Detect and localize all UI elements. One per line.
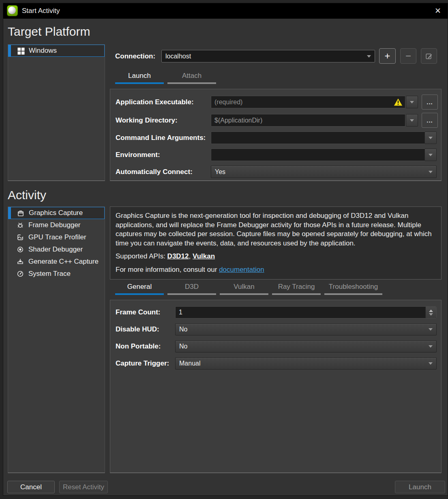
gauge-icon [17, 270, 24, 277]
more-info-line: For more information, consult our docume… [116, 265, 436, 275]
reset-activity-button[interactable]: Reset Activity [59, 481, 108, 493]
chevron-down-icon [429, 171, 433, 173]
capture-trigger-value: Manual [179, 360, 200, 367]
disable-hud-label: Disable HUD: [116, 325, 159, 333]
app-exec-dropdown-button[interactable] [406, 96, 418, 108]
tab-attach[interactable]: Attach [167, 71, 216, 84]
activity-item-label: Graphics Capture [29, 209, 83, 217]
tab-d3d[interactable]: D3D [167, 282, 216, 295]
tab-general[interactable]: General [115, 282, 164, 295]
remove-connection-button[interactable]: − [400, 48, 416, 64]
activity-list: Graphics Capture Frame Debugger GPU [8, 206, 105, 473]
add-connection-button[interactable]: + [379, 48, 396, 64]
tab-troubleshooting[interactable]: Troubleshooting [324, 282, 382, 295]
tab-underline [220, 293, 268, 295]
frame-count-input[interactable] [175, 306, 437, 318]
tab-underline [115, 293, 164, 295]
cancel-button[interactable]: Cancel [7, 481, 55, 493]
tab-underline [324, 293, 382, 295]
frame-count-label: Frame Count: [116, 308, 161, 316]
cmdline-dropdown-button[interactable] [424, 131, 437, 144]
connection-label: Connection: [115, 50, 155, 62]
environment-label: Environment: [116, 151, 160, 159]
documentation-link[interactable]: documentation [219, 266, 264, 273]
cmdline-label: Command Line Arguments: [116, 134, 206, 142]
chevron-down-icon [367, 55, 371, 58]
start-activity-dialog: Start Activity ✕ Target Platform Windows… [3, 3, 448, 496]
chevron-down-icon [429, 154, 433, 156]
activity-item-shader-debugger[interactable]: Shader Debugger [8, 243, 105, 256]
target-platform-heading: Target Platform [8, 24, 90, 40]
app-exec-input[interactable] [211, 96, 405, 108]
chevron-down-icon [429, 137, 433, 139]
chevron-down-icon [429, 328, 433, 331]
environment-dropdown-button[interactable] [424, 148, 437, 161]
activity-item-gpu-trace-profiler[interactable]: GPU Trace Profiler [8, 231, 105, 243]
platform-item-label: Windows [29, 47, 57, 55]
launch-button[interactable]: Launch [395, 481, 445, 493]
autoconnect-select[interactable]: Yes [211, 166, 437, 178]
tab-underline [115, 82, 164, 84]
windows-logo-icon [17, 47, 25, 55]
chevron-down-icon [429, 362, 433, 365]
app-exec-browse-button[interactable]: ... [422, 95, 438, 110]
activity-heading: Activity [8, 187, 46, 203]
disable-hud-value: No [179, 326, 187, 333]
bug-icon [17, 222, 24, 229]
workdir-label: Working Directory: [116, 116, 178, 125]
activity-item-label: System Trace [28, 270, 71, 278]
activity-item-generate-cpp-capture[interactable]: Generate C++ Capture [8, 256, 105, 268]
workdir-input[interactable] [211, 114, 405, 127]
record-icon [17, 246, 24, 253]
activity-item-system-trace[interactable]: System Trace [8, 268, 105, 280]
activity-description-text: Graphics Capture is the next-generation … [116, 211, 436, 248]
tab-launch[interactable]: Launch [115, 71, 164, 84]
disable-hud-select[interactable]: No [175, 323, 437, 336]
close-icon[interactable]: ✕ [432, 6, 444, 16]
activity-item-label: GPU Trace Profiler [28, 233, 86, 241]
connection-value: localhost [165, 53, 191, 60]
download-icon [17, 258, 24, 265]
tab-underline [167, 293, 216, 295]
tab-ray-tracing[interactable]: Ray Tracing [272, 282, 321, 295]
vulkan-link[interactable]: Vulkan [193, 252, 215, 260]
launch-settings-panel: Application Executable: ... Working Dire… [110, 89, 442, 181]
supported-apis-line: Supported APIs: D3D12, Vulkan [116, 252, 436, 261]
activity-item-frame-debugger[interactable]: Frame Debugger [8, 219, 105, 231]
frame-count-stepper[interactable] [425, 307, 436, 318]
non-portable-select[interactable]: No [175, 340, 437, 353]
activity-item-graphics-capture[interactable]: Graphics Capture [8, 207, 105, 219]
edit-pencil-icon [425, 52, 433, 60]
tab-underline [167, 82, 216, 84]
platform-item-windows[interactable]: Windows [8, 45, 105, 57]
cmdline-input[interactable] [211, 131, 437, 144]
connection-select[interactable]: localhost [161, 50, 375, 62]
non-portable-label: Non Portable: [116, 342, 161, 351]
chevron-down-icon [429, 345, 433, 348]
environment-input[interactable] [211, 148, 437, 161]
capture-trigger-select[interactable]: Manual [175, 357, 437, 370]
chevron-down-icon [410, 119, 414, 122]
activity-item-label: Shader Debugger [28, 245, 83, 254]
tab-underline [272, 293, 321, 295]
nsight-app-icon [7, 5, 18, 16]
workdir-dropdown-button[interactable] [406, 114, 418, 127]
capture-trigger-label: Capture Trigger: [116, 359, 169, 368]
graphics-capture-icon [17, 210, 24, 217]
activity-tabs: General D3D Vulkan Ray Tracing Troublesh… [115, 282, 382, 295]
app-exec-label: Application Executable: [116, 98, 194, 106]
edit-connection-button[interactable] [421, 48, 437, 64]
tab-vulkan[interactable]: Vulkan [220, 282, 268, 295]
general-settings-panel: Frame Count: Disable HUD: No Non Portabl… [110, 300, 442, 473]
activity-item-label: Generate C++ Capture [28, 258, 99, 266]
non-portable-value: No [179, 343, 187, 350]
d3d12-link[interactable]: D3D12 [167, 252, 189, 260]
title-bar: Start Activity ✕ [3, 3, 448, 19]
chevron-down-icon [410, 101, 414, 103]
platform-list: Windows [8, 44, 105, 181]
workdir-browse-button[interactable]: ... [422, 113, 438, 128]
spin-down-icon [429, 313, 433, 316]
spin-up-icon [429, 310, 433, 312]
connection-tabs: Launch Attach [115, 71, 220, 84]
warning-icon [393, 98, 403, 106]
